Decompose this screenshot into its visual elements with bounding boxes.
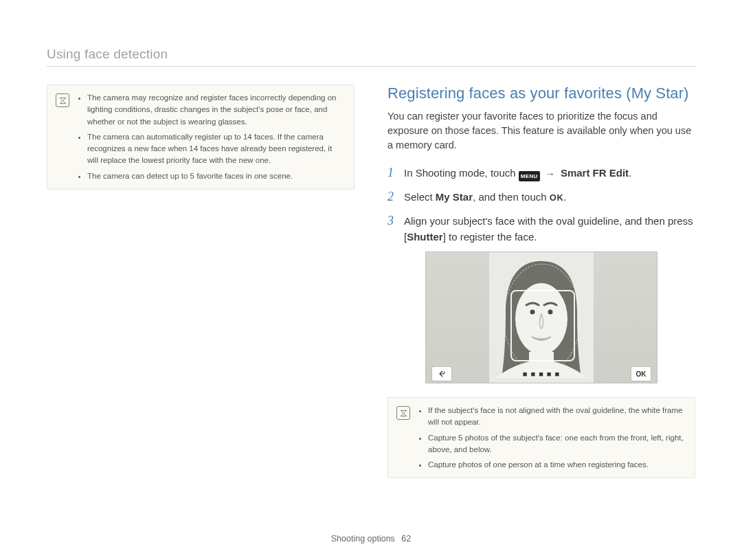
text: ] to register the face.: [443, 231, 537, 243]
step-number: 2: [387, 188, 397, 206]
topic-intro: You can register your favorite faces to …: [387, 109, 695, 153]
preview-center: [489, 252, 594, 383]
note-content: The camera may recognize and register fa…: [76, 92, 344, 182]
page-footer: Shooting options 62: [0, 534, 742, 544]
step-number: 1: [387, 164, 397, 182]
left-column: The camera may recognize and register fa…: [47, 85, 355, 190]
text: In Shooting mode, touch: [404, 167, 519, 179]
white-frame: [510, 290, 575, 361]
capture-progress-dots: ■ ■ ■ ■ ■: [523, 370, 560, 378]
menu-icon: MENU: [519, 171, 540, 181]
right-bg: [594, 252, 657, 383]
bold-text: Smart FR Edit: [561, 167, 629, 179]
topic-title: Registering faces as your favorites (My …: [387, 85, 695, 102]
text: .: [629, 167, 631, 179]
step-body: Select My Star, and then touch OK.: [404, 190, 695, 205]
ok-button[interactable]: OK: [631, 366, 651, 381]
right-column: Registering faces as your favorites (My …: [387, 85, 695, 478]
note-icon: [56, 93, 69, 107]
note-item: The camera may recognize and register fa…: [87, 92, 344, 128]
footer-label: Shooting options: [331, 534, 395, 544]
text: .: [563, 191, 566, 203]
bold-text: Shutter: [407, 231, 443, 243]
left-bg: [426, 252, 489, 383]
note-icon: [396, 406, 410, 420]
device-bottom-bar: ■ ■ ■ ■ ■ OK: [426, 365, 657, 383]
columns: The camera may recognize and register fa…: [47, 85, 695, 478]
note-item: The camera can detect up to 5 favorite f…: [87, 170, 344, 182]
step-2: 2 Select My Star, and then touch OK.: [387, 188, 695, 206]
step-3: 3 Align your subject's face with the ova…: [387, 212, 695, 245]
note-item: The camera can automatically register up…: [87, 131, 344, 167]
note-box-top: The camera may recognize and register fa…: [47, 85, 355, 190]
note-box-bottom: If the subject's face is not aligned wit…: [387, 397, 695, 478]
page: Using face detection The camera may reco…: [0, 0, 742, 560]
steps-list: 1 In Shooting mode, touch MENU → Smart F…: [387, 164, 695, 245]
step-body: Align your subject's face with the oval …: [404, 214, 695, 245]
step-body: In Shooting mode, touch MENU → Smart FR …: [404, 166, 695, 181]
ok-icon: OK: [550, 191, 564, 205]
note-item: Capture photos of one person at a time w…: [428, 459, 685, 471]
text: Select: [404, 191, 436, 203]
step-number: 3: [387, 212, 397, 230]
note-item: Capture 5 photos of the subject's face: …: [428, 432, 685, 456]
camera-preview-illustration: ■ ■ ■ ■ ■ OK: [425, 251, 657, 383]
section-heading: Using face detection: [47, 47, 695, 67]
bold-text: My Star: [436, 191, 473, 203]
step-1: 1 In Shooting mode, touch MENU → Smart F…: [387, 164, 695, 182]
note-content: If the subject's face is not aligned wit…: [417, 405, 685, 471]
face-illustration: [493, 257, 589, 378]
text: , and then touch: [473, 191, 550, 203]
page-number: 62: [401, 534, 411, 544]
note-item: If the subject's face is not aligned wit…: [428, 405, 685, 429]
arrow-right-icon: →: [546, 167, 555, 181]
back-button[interactable]: [431, 366, 452, 381]
back-arrow-icon: [438, 370, 446, 378]
